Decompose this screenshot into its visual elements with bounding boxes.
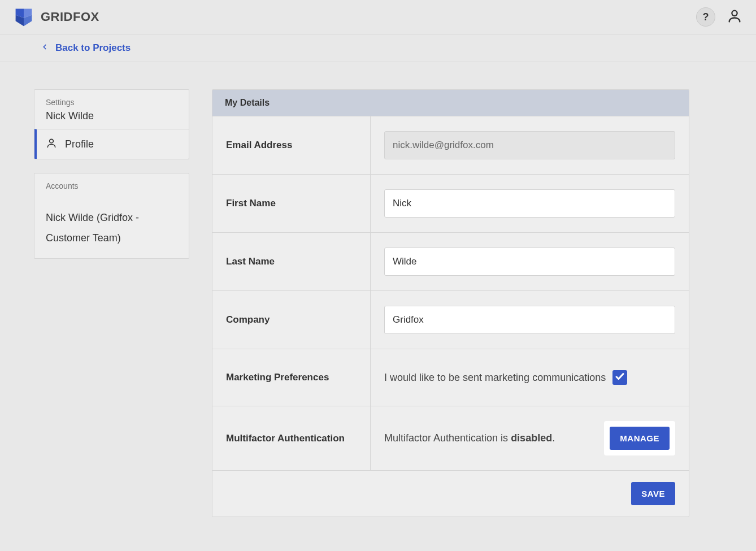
back-to-projects-link[interactable]: Back to Projects	[41, 42, 131, 54]
value-email	[371, 116, 689, 174]
check-icon	[615, 371, 625, 384]
sidebar: Settings Nick Wilde Profile Accounts Nic…	[34, 89, 189, 272]
marketing-checkbox[interactable]	[612, 370, 627, 385]
gridfox-logo-icon	[14, 7, 34, 27]
label-last-name: Last Name	[212, 233, 371, 290]
sidebar-accounts-card: Accounts Nick Wilde (Gridfox - Customer …	[34, 173, 189, 259]
content-container: Settings Nick Wilde Profile Accounts Nic…	[0, 62, 723, 544]
svg-point-1	[50, 139, 54, 143]
marketing-pref-text: I would like to be sent marketing commun…	[384, 372, 606, 384]
company-field[interactable]	[384, 306, 675, 334]
brand-name: GRIDFOX	[41, 10, 99, 24]
last-name-field[interactable]	[384, 248, 675, 276]
row-company: Company	[212, 290, 689, 349]
header-left: GRIDFOX	[14, 7, 99, 27]
sidebar-user-name: Nick Wilde	[46, 110, 177, 122]
chevron-left-icon	[41, 42, 49, 54]
value-mfa: Multifactor Authentication is disabled. …	[371, 406, 689, 470]
sidebar-item-label: Profile	[65, 138, 94, 150]
person-icon	[46, 137, 57, 151]
sidebar-accounts-label: Accounts	[46, 181, 177, 190]
sidebar-settings-header: Settings Nick Wilde	[34, 90, 189, 129]
row-email: Email Address	[212, 116, 689, 174]
value-company	[371, 291, 689, 349]
svg-point-0	[732, 11, 737, 16]
row-last-name: Last Name	[212, 232, 689, 290]
first-name-field[interactable]	[384, 189, 675, 218]
mfa-text-suffix: .	[552, 432, 555, 444]
sidebar-settings-label: Settings	[46, 98, 177, 107]
value-last-name	[371, 233, 689, 290]
label-email: Email Address	[212, 116, 371, 174]
panel-title: My Details	[212, 90, 689, 116]
row-marketing: Marketing Preferences I would like to be…	[212, 349, 689, 406]
subheader: Back to Projects	[0, 34, 756, 62]
header-right: ?	[696, 7, 742, 27]
mfa-text-prefix: Multifactor Authentication is	[384, 432, 511, 444]
label-company: Company	[212, 291, 371, 349]
user-menu-button[interactable]	[727, 8, 742, 26]
label-first-name: First Name	[212, 175, 371, 232]
sidebar-account-item[interactable]: Nick Wilde (Gridfox - Customer Team)	[34, 201, 189, 258]
mfa-status: disabled	[511, 432, 552, 444]
sidebar-settings-card: Settings Nick Wilde Profile	[34, 89, 189, 159]
question-mark-icon: ?	[703, 11, 709, 23]
panel-footer: SAVE	[212, 470, 689, 517]
details-panel: My Details Email Address First Name Last…	[212, 89, 689, 517]
manage-button-highlight: MANAGE	[604, 421, 675, 455]
sidebar-item-profile[interactable]: Profile	[34, 129, 189, 159]
row-first-name: First Name	[212, 174, 689, 232]
app-header: GRIDFOX ?	[0, 0, 756, 34]
value-marketing: I would like to be sent marketing commun…	[371, 349, 689, 406]
help-button[interactable]: ?	[696, 7, 715, 27]
manage-mfa-button[interactable]: MANAGE	[610, 427, 670, 450]
save-button[interactable]: SAVE	[631, 482, 675, 505]
mfa-status-text: Multifactor Authentication is disabled.	[384, 432, 555, 444]
main-panel: My Details Email Address First Name Last…	[212, 89, 689, 517]
sidebar-accounts-header: Accounts	[34, 173, 189, 201]
row-mfa: Multifactor Authentication Multifactor A…	[212, 406, 689, 470]
back-link-label: Back to Projects	[55, 42, 131, 54]
label-mfa: Multifactor Authentication	[212, 406, 371, 470]
value-first-name	[371, 175, 689, 232]
email-field	[384, 131, 675, 159]
label-marketing: Marketing Preferences	[212, 349, 371, 406]
